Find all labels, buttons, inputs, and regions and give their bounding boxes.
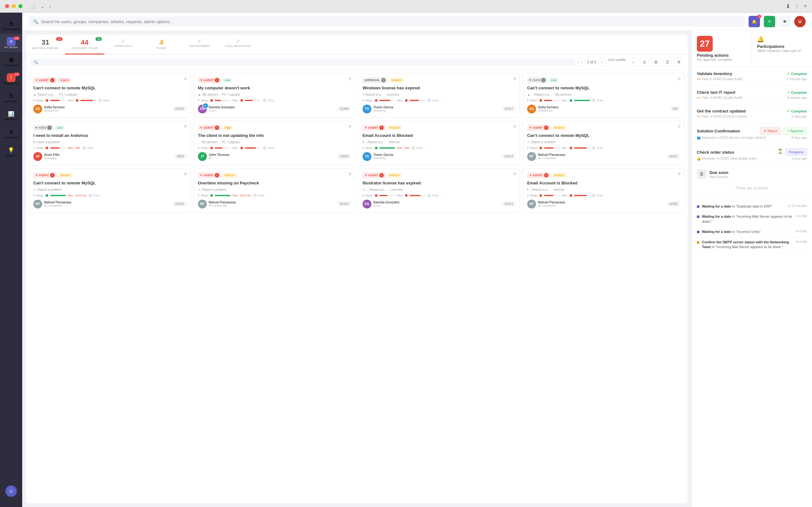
sidebar-item-articles[interactable]: ☰ ARTICLES bbox=[0, 88, 22, 106]
reject-button[interactable]: ✕ Reject bbox=[760, 127, 780, 135]
card-bars: F. Resp. Res. 🕐 5 mi... bbox=[527, 194, 680, 197]
list-item[interactable]: Waiting for a date in "Incorrect Units" … bbox=[697, 227, 807, 237]
res-label: Res. bbox=[562, 99, 568, 102]
res-time: Res.: 06h bbox=[68, 147, 80, 150]
sidebar-toggle-icon[interactable]: ⬜ bbox=[30, 4, 36, 9]
ticket-number: #2405 bbox=[666, 201, 680, 207]
table-row[interactable]: ▼ AGENT ! High ⚙ The client is not updat… bbox=[194, 121, 355, 165]
tab-unassigned[interactable]: ✓ UNASSIGNED bbox=[181, 35, 218, 54]
sidebar-item-dashboard[interactable]: ⊞ DASHBOARD bbox=[0, 16, 22, 34]
sidebar-item-insight[interactable]: 💡 INSIGHT bbox=[0, 142, 22, 160]
table-row[interactable]: ▼ AGENT ! Medium ⚙ Can't connect to remo… bbox=[29, 168, 191, 213]
gear-icon[interactable]: ⚙ bbox=[348, 124, 352, 129]
kanban-search[interactable]: 🔍 bbox=[31, 59, 575, 66]
action-item-check-order-status[interactable]: Check order status ⏳ Postpone 🔔 Reminder… bbox=[692, 144, 812, 165]
sidebar-item-requests[interactable]: ! REQUESTS 23 bbox=[0, 70, 22, 88]
table-row[interactable]: ▼ AGENT ! Medium ⚙ Illustrator license h… bbox=[358, 168, 520, 213]
sidebar-label-dashboard: DASHBOARD bbox=[2, 28, 20, 31]
res-label: Res. bbox=[562, 147, 568, 150]
settings-button[interactable]: ⚙ bbox=[674, 58, 683, 66]
minimize-button[interactable] bbox=[12, 4, 16, 8]
add-button[interactable]: + bbox=[764, 16, 775, 27]
sidebar-item-mywork[interactable]: ≡ MY WORK 13 bbox=[0, 34, 22, 52]
sidebar-label-reports: REPORTS bbox=[4, 118, 18, 121]
gear-icon[interactable]: ⚙ bbox=[513, 77, 516, 81]
gear-icon[interactable]: ⚙ bbox=[513, 124, 516, 129]
postpone-button[interactable]: Postpone bbox=[785, 149, 807, 156]
list-item[interactable]: Confirm the SMTP server status with the … bbox=[697, 237, 807, 252]
agent-info: NP Nahuel Panzarasa No companies bbox=[527, 200, 565, 209]
f-resp-bar bbox=[379, 147, 395, 149]
notifications-button[interactable]: 🔔 1 bbox=[749, 16, 760, 27]
list-item[interactable]: Waiting for a date in "Incoming Mail Ser… bbox=[697, 212, 807, 227]
table-row[interactable]: APPROVAL ? Medium ⚙ Windows license has … bbox=[358, 73, 520, 118]
table-row[interactable]: ▼ 23476 ! Low ⚙ Can't connect to remote … bbox=[523, 73, 684, 118]
action-title-text: Check order status bbox=[697, 150, 734, 155]
avatar: NP bbox=[527, 200, 536, 209]
sort-button[interactable]: ↕ bbox=[629, 58, 638, 66]
action-item-validate-inventory[interactable]: Validate Inventory ✓ Complete ≡≡ Task in… bbox=[692, 67, 812, 86]
gear-icon[interactable]: ⚙ bbox=[677, 77, 681, 81]
f-resp-dot bbox=[210, 99, 213, 102]
user-avatar-topbar[interactable]: U bbox=[794, 16, 806, 27]
priority-badge: Medium bbox=[58, 173, 72, 177]
f-resp-label: F. Resp. bbox=[33, 147, 44, 150]
next-page-button[interactable]: › bbox=[599, 59, 606, 66]
table-row[interactable]: ▼ #2050 ! Low ⚙ I need to install an Ant… bbox=[29, 121, 191, 165]
tab-waiting[interactable]: 12 31 WAITING FOR ME bbox=[26, 35, 65, 54]
gear-icon[interactable]: ⚙ bbox=[184, 124, 187, 129]
view-button[interactable]: 👁 bbox=[779, 16, 791, 27]
list-item[interactable]: Waiting for a date in "Duplicate data in… bbox=[697, 202, 807, 212]
sidebar-item-settings[interactable]: ⚙ SETTINGS bbox=[0, 124, 22, 142]
res-dot bbox=[241, 99, 243, 102]
action-item-solution-confirmation[interactable]: Solution Confirmation ✕ Reject ✓ Approve… bbox=[692, 123, 812, 144]
gear-icon[interactable]: ⚙ bbox=[348, 77, 352, 81]
task-icon: ≡≡ bbox=[697, 77, 701, 81]
action-item-get-contract[interactable]: Get the contract updated ✓ Complete ≡≡ T… bbox=[692, 104, 812, 123]
card-header: ▼ AGENT ! Medium ⚙ bbox=[362, 125, 516, 130]
chevron-down-icon[interactable]: ⌄ bbox=[41, 4, 44, 9]
gear-icon[interactable]: ⚙ bbox=[677, 124, 681, 129]
tab-approvals[interactable]: ✓ APPROVALS bbox=[104, 35, 142, 54]
prev-page-button[interactable]: ‹ bbox=[578, 59, 585, 66]
user-avatar-sidebar[interactable]: U bbox=[5, 486, 17, 497]
res-time: Res.: 337h 0m bbox=[233, 194, 251, 197]
approve-button[interactable]: ✓ Approve bbox=[783, 127, 807, 135]
gear-icon[interactable]: ⚙ bbox=[513, 172, 516, 176]
tab-assigned[interactable]: 13 44 ASSIGNED TO ME bbox=[65, 35, 104, 55]
table-row[interactable]: ▼ AGENT ! Medium ⚙ Email Account is Bloc… bbox=[358, 121, 520, 165]
res-bar bbox=[409, 100, 425, 101]
share-icon[interactable]: ↑ bbox=[796, 3, 798, 10]
type-badge: ▼ #2050 ! bbox=[33, 125, 53, 130]
action-item-check-it-report[interactable]: Check last IT report ✓ Complete ≡≡ Task … bbox=[692, 86, 812, 104]
list-view-button[interactable]: ☰ bbox=[663, 58, 672, 66]
table-row[interactable]: ▼ AGENT ! Medium ⚙ Overtime missing on P… bbox=[194, 168, 355, 213]
avatar: NP bbox=[527, 152, 536, 161]
maximize-button[interactable] bbox=[18, 4, 22, 8]
filter-button[interactable]: ⊡ bbox=[640, 58, 649, 66]
grid-view-button[interactable]: ⊞ bbox=[652, 58, 660, 66]
res-label: Res. bbox=[397, 99, 403, 102]
tab-collaboration[interactable]: ✓ COLLABORATION bbox=[218, 35, 257, 54]
tab-tasks[interactable]: 4 TASKS bbox=[142, 35, 181, 54]
sidebar-item-reports[interactable]: 📊 REPORTS bbox=[0, 106, 22, 124]
card-header: APPROVAL ? Medium ⚙ bbox=[362, 77, 516, 83]
gear-icon[interactable]: ⚙ bbox=[348, 172, 352, 176]
download-icon[interactable]: ⬇ bbox=[786, 3, 791, 10]
card-bars: F. Resp. Res. 🕐 5 mi... bbox=[527, 147, 680, 150]
gear-icon[interactable]: ⚙ bbox=[677, 172, 681, 176]
agent-company: Arcor bbox=[373, 204, 399, 207]
f-resp-bar bbox=[544, 100, 560, 101]
search-input[interactable] bbox=[41, 19, 740, 24]
back-icon[interactable]: ‹ bbox=[49, 4, 51, 9]
gear-icon[interactable]: ⚙ bbox=[184, 77, 187, 81]
table-row[interactable]: ▼ AGENT ! Low ⚙ My computer doesn't work… bbox=[194, 73, 355, 118]
table-row[interactable]: ▼ AGENT ! Urgent ⚙ Can't connect to remo… bbox=[29, 73, 191, 118]
new-tab-icon[interactable]: + bbox=[803, 3, 807, 10]
table-row[interactable]: ▼ AGENT ! Medium ⚙ Email Account is Bloc… bbox=[523, 168, 684, 213]
close-button[interactable] bbox=[5, 4, 9, 8]
gear-icon[interactable]: ⚙ bbox=[184, 172, 187, 176]
action-time: 2 minutes ago bbox=[787, 77, 807, 81]
table-row[interactable]: ▼ AGENT ! Medium ⚙ Can't connect to remo… bbox=[523, 121, 684, 165]
sidebar-item-manager[interactable]: ▦ MANAGER bbox=[0, 52, 22, 70]
